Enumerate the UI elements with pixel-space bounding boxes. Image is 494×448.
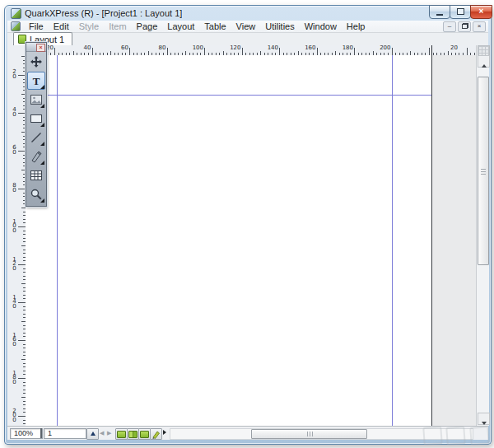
page-edge-line xyxy=(431,55,432,426)
menu-item-edit[interactable]: Edit xyxy=(49,21,74,32)
menu-item-window[interactable]: Window xyxy=(300,21,342,32)
vertical-scroll-thumb[interactable] xyxy=(478,77,489,265)
vertical-scrollbar[interactable] xyxy=(476,45,489,426)
work-area: 2040608010012014016018020020 20406080100… xyxy=(7,45,488,426)
horizontal-scroll-thumb[interactable] xyxy=(251,429,367,439)
menu-item-item: Item xyxy=(104,21,131,32)
document-icon xyxy=(11,21,21,31)
title-bar: QuarkXPress (R) - [Project1 : Layout 1] … xyxy=(5,6,491,21)
page-popup-button[interactable] xyxy=(86,428,99,440)
single-page-view-button[interactable] xyxy=(115,428,128,440)
menu-item-utilities[interactable]: Utilities xyxy=(260,21,299,32)
pencil-icon xyxy=(151,430,161,439)
vertical-ruler: 20406080100120140160180200 xyxy=(7,55,26,426)
menu-item-file[interactable]: File xyxy=(24,21,49,32)
pen-tool[interactable] xyxy=(27,147,45,166)
mdi-minimize-button[interactable]: – xyxy=(443,21,456,32)
thumb-grip-icon xyxy=(310,432,310,436)
menu-item-layout[interactable]: Layout xyxy=(162,21,199,32)
maximize-icon xyxy=(457,8,464,15)
client-area: FileEditStyleItemPageLayoutTableViewUtil… xyxy=(7,21,488,439)
menu-item-table[interactable]: Table xyxy=(199,21,231,32)
vertical-margin-guide-left[interactable] xyxy=(57,55,58,426)
scroll-down-button[interactable] xyxy=(478,413,490,425)
flyout-triangle-icon xyxy=(40,104,44,108)
mdi-restore-icon xyxy=(462,24,468,29)
zoom-tool[interactable] xyxy=(27,185,45,203)
document-canvas[interactable] xyxy=(26,55,476,426)
menu-item-view[interactable]: View xyxy=(231,21,261,32)
zoom-level-field[interactable]: 100% xyxy=(10,428,43,439)
arrow-up-icon xyxy=(482,64,487,68)
pasteboard xyxy=(432,55,476,426)
menu-item-page[interactable]: Page xyxy=(132,21,163,32)
picture-tool[interactable] xyxy=(27,91,45,109)
close-icon: × xyxy=(479,7,484,16)
arrow-up-icon xyxy=(91,432,96,436)
menu-item-help[interactable]: Help xyxy=(342,21,370,32)
flyout-triangle-icon xyxy=(40,198,44,203)
facing-pages-button[interactable] xyxy=(138,428,151,440)
spread-view-button[interactable] xyxy=(127,428,139,440)
flyout-triangle-icon xyxy=(40,161,44,165)
flyout-triangle-icon xyxy=(40,85,44,89)
svg-text:T: T xyxy=(33,75,40,87)
layout-tab-bar: Layout 1 xyxy=(7,33,488,46)
spread-icon xyxy=(128,431,137,438)
table-tool[interactable] xyxy=(27,166,45,184)
text-tool[interactable]: T xyxy=(27,72,45,90)
box-tool[interactable] xyxy=(27,110,45,128)
table-grid-icon xyxy=(30,169,43,182)
palette-title-bar[interactable]: × xyxy=(26,43,46,52)
close-button[interactable]: × xyxy=(470,5,492,19)
tool-palette: × T xyxy=(26,42,47,207)
minimize-icon xyxy=(436,14,443,16)
page-icon xyxy=(117,431,126,438)
page-number-field[interactable]: 1 xyxy=(44,428,86,439)
maximize-button[interactable] xyxy=(450,5,471,19)
status-bar: 100% 1 ◀ ▶ xyxy=(7,426,488,440)
mdi-close-button[interactable]: × xyxy=(473,21,486,32)
menu-items: FileEditStyleItemPageLayoutTableViewUtil… xyxy=(24,21,370,32)
field-divider xyxy=(40,428,42,438)
flyout-triangle-icon xyxy=(40,123,44,127)
flyout-triangle-icon xyxy=(40,142,44,146)
flyout-arrow-icon[interactable] xyxy=(163,430,166,435)
pages-icon xyxy=(140,431,149,438)
menu-bar: FileEditStyleItemPageLayoutTableViewUtil… xyxy=(7,21,488,33)
screenshot-stage: QuarkXPress (R) - [Project1 : Layout 1] … xyxy=(0,0,494,448)
mdi-window-controls: – × xyxy=(443,21,486,32)
palette-close-button[interactable]: × xyxy=(36,44,45,52)
app-icon xyxy=(11,8,21,19)
watermark xyxy=(423,427,489,445)
line-tool[interactable] xyxy=(27,128,45,147)
app-window: QuarkXPress (R) - [Project1 : Layout 1] … xyxy=(4,5,492,445)
item-tool[interactable] xyxy=(27,53,45,71)
horizontal-margin-guide[interactable] xyxy=(26,95,431,96)
mdi-restore-button[interactable] xyxy=(458,21,471,32)
window-title: QuarkXPress (R) - [Project1 : Layout 1] xyxy=(25,8,182,18)
scroll-up-button[interactable] xyxy=(478,55,490,68)
master-page-button[interactable] xyxy=(150,428,162,440)
menu-item-style: Style xyxy=(74,21,104,32)
move-arrows-icon xyxy=(30,55,43,68)
previous-page-arrow-icon[interactable]: ◀ xyxy=(100,430,104,436)
next-page-arrow-icon[interactable]: ▶ xyxy=(107,430,111,436)
vertical-margin-guide-right[interactable] xyxy=(392,55,393,426)
minimize-button[interactable] xyxy=(429,5,450,19)
arrow-down-icon xyxy=(482,422,487,425)
thumb-grip-icon xyxy=(481,171,486,172)
